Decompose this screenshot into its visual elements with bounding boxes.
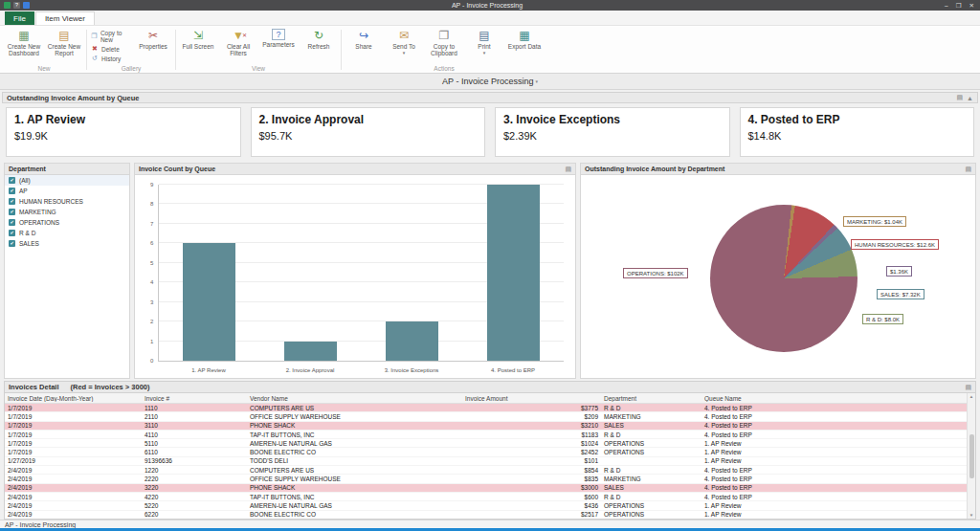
checkbox-icon[interactable]: ✔: [9, 219, 15, 226]
checkbox-icon[interactable]: ✔: [9, 198, 15, 205]
export-to-icon[interactable]: ▤: [965, 166, 971, 173]
table-row[interactable]: 1/7/20196110BOONE ELECTRIC CO$2452OPERAT…: [5, 448, 975, 456]
create-new-report-button[interactable]: ▤ Create New Report: [44, 27, 84, 64]
table-cell: COMPUTERS ARE US: [247, 467, 462, 474]
maximize-button[interactable]: ❐: [956, 2, 962, 10]
checkbox-icon[interactable]: ✔: [9, 177, 15, 184]
column-header-invoice-amount[interactable]: Invoice Amount: [462, 395, 601, 402]
status-bar: AP - Invoice Processing: [0, 520, 980, 528]
table-row[interactable]: 2/4/20191220COMPUTERS ARE US$854R & D4. …: [5, 466, 975, 475]
chevron-down-icon: ▾: [403, 51, 406, 56]
table-row[interactable]: 2/4/20195220AMEREN-UE NATURAL GAS$436OPE…: [5, 501, 975, 510]
tab-file[interactable]: File: [5, 11, 34, 25]
help-icon[interactable]: ?: [13, 2, 20, 9]
filter-item-marketing[interactable]: ✔MARKETING: [5, 207, 129, 217]
send-to-button[interactable]: ✉ Send To ▾: [384, 27, 424, 64]
card-ap-review[interactable]: 1. AP Review $19.9K: [6, 107, 241, 157]
create-new-dashboard-button[interactable]: ▦ Create New Dashboard: [4, 27, 44, 64]
filter-item-operations[interactable]: ✔OPERATIONS: [5, 217, 129, 228]
delete-button[interactable]: ✖ Delete: [89, 45, 133, 53]
table-row[interactable]: 1/7/20193110PHONE SHACK$3210SALES4. Post…: [5, 422, 975, 431]
table-cell: 1/27/2019: [5, 457, 142, 464]
history-button[interactable]: ↺ History: [89, 55, 133, 62]
dashboard-selector-caret-icon[interactable]: ▾: [535, 78, 538, 84]
parameters-button[interactable]: ? Parameters: [258, 27, 299, 64]
clear-all-filters-button[interactable]: ▼✕ Clear All Filters: [218, 27, 258, 64]
table-cell: $436: [462, 502, 601, 509]
checkbox-icon[interactable]: ✔: [9, 209, 15, 215]
close-button[interactable]: ✕: [969, 2, 974, 10]
table-row[interactable]: 2/4/20196220BOONE ELECTRIC CO$2517OPERAT…: [5, 511, 975, 520]
table-row[interactable]: 1/7/20195110AMEREN-UE NATURAL GAS$1024OP…: [5, 439, 975, 448]
card-invoice-approval[interactable]: 2. Invoice Approval $95.7K: [251, 107, 486, 157]
x-axis-label: 3. Invoice Exceptions: [361, 365, 462, 376]
table-row[interactable]: 2/4/20192220OFFICE SUPPLY WAREHOUSE$835M…: [5, 475, 975, 483]
department-amount-panel: Outstanding Invoice Amount by Department…: [580, 163, 976, 379]
table-row[interactable]: 1/7/20194110TAP-IT BUTTONS, INC$1183R & …: [5, 431, 975, 439]
table-row[interactable]: 2/4/20194220TAP-IT BUTTONS, INC$600R & D…: [5, 493, 975, 501]
table-cell: PHONE SHACK: [247, 422, 462, 429]
export-to-icon[interactable]: ▤: [565, 166, 571, 173]
checkbox-icon[interactable]: ✔: [9, 240, 15, 247]
send-to-icon: ✉: [399, 29, 409, 42]
column-header-invoice-date-day-month-year[interactable]: Invoice Date (Day-Month-Year): [5, 395, 142, 402]
column-header-queue-name[interactable]: Queue Name: [702, 395, 975, 402]
checkbox-icon[interactable]: ✔: [9, 230, 15, 236]
export-to-icon[interactable]: ▤: [965, 384, 971, 391]
bar-slot: [362, 185, 463, 361]
grid-vertical-scrollbar[interactable]: ▲ ▼: [967, 393, 975, 519]
card-invoice-exceptions[interactable]: 3. Invoice Exceptions $2.39K: [495, 107, 730, 157]
tab-item-viewer[interactable]: Item Viewer: [35, 11, 95, 25]
scrollbar-thumb[interactable]: [969, 434, 974, 478]
minimize-button[interactable]: –: [945, 2, 948, 9]
table-cell: $209: [462, 413, 601, 420]
ribbon-tab-row: File Item Viewer: [0, 11, 980, 26]
export-to-icon[interactable]: ▤: [956, 94, 963, 101]
invoices-detail-header: Invoices Detail (Red = Invoices > 3000) …: [5, 382, 975, 393]
share-button[interactable]: ↪ Share: [344, 27, 384, 64]
table-row[interactable]: 1/27/201991396636TODD'S DELI$1011. AP Re…: [5, 457, 975, 466]
maximize-panel-icon[interactable]: ▲: [967, 95, 973, 101]
table-row[interactable]: 2/4/20193220PHONE SHACK$3000SALES4. Post…: [5, 484, 975, 493]
properties-button[interactable]: ✂ Properties: [133, 27, 173, 64]
filter-item-ap[interactable]: ✔AP: [5, 186, 129, 196]
bar-1-ap-review[interactable]: [183, 243, 235, 361]
filter-item-sales[interactable]: ✔SALES: [5, 238, 129, 249]
button-label: Full Screen: [183, 43, 214, 50]
bar-3-invoice-exceptions[interactable]: [386, 321, 438, 361]
button-label: Share: [355, 43, 371, 50]
refresh-button[interactable]: ↻ Refresh: [299, 27, 339, 64]
table-cell: $3000: [462, 484, 601, 491]
card-posted-to-erp[interactable]: 4. Posted to ERP $14.8K: [740, 107, 975, 157]
button-label: Export Data: [508, 43, 541, 50]
copy-to-clipboard-button[interactable]: ❐ Copy to Clipboard: [424, 27, 464, 64]
column-header-vendor-name[interactable]: Vendor Name: [247, 395, 462, 402]
checkbox-icon[interactable]: ✔: [9, 188, 15, 194]
window-app-icon: [23, 2, 30, 9]
button-label: Copy to Clipboard: [424, 43, 464, 57]
scroll-up-icon[interactable]: ▲: [969, 394, 973, 399]
scroll-down-icon[interactable]: ▼: [969, 513, 973, 518]
copy-to-new-button[interactable]: ❐ Copy to New: [89, 30, 133, 43]
filter-item-label: HUMAN RESOURCES: [19, 198, 83, 205]
table-row[interactable]: 1/7/20192110OFFICE SUPPLY WAREHOUSE$209M…: [5, 412, 975, 421]
filter-item-r-d[interactable]: ✔R & D: [5, 228, 129, 238]
export-data-button[interactable]: ▦ Export Data: [504, 27, 545, 64]
full-screen-button[interactable]: ⇲ Full Screen: [178, 27, 218, 64]
dashboard-title-bar[interactable]: AP - Invoice Processing▾: [0, 74, 980, 90]
bar-2-invoice-approval[interactable]: [284, 342, 337, 361]
table-cell: 4. Posted to ERP: [702, 422, 975, 429]
pie-chart[interactable]: [710, 205, 858, 352]
table-cell: 4. Posted to ERP: [702, 476, 975, 482]
print-button[interactable]: ▤ Print ▾: [464, 27, 504, 64]
column-header-invoice[interactable]: Invoice #: [142, 395, 247, 402]
filter-item-human-resources[interactable]: ✔HUMAN RESOURCES: [5, 196, 129, 207]
filter-item-all[interactable]: ✔(All): [5, 175, 129, 186]
table-cell: PHONE SHACK: [247, 484, 462, 491]
table-cell: TODD'S DELI: [247, 457, 462, 464]
table-row[interactable]: 1/7/20191110COMPUTERS ARE US$3775R & D4.…: [5, 404, 975, 412]
bar-4-posted-to-erp[interactable]: [487, 185, 540, 361]
column-header-department[interactable]: Department: [601, 395, 702, 402]
table-cell: MARKETING: [601, 413, 702, 420]
bar-chart: 0123456789 1. AP Review2. Invoice Approv…: [158, 181, 564, 376]
